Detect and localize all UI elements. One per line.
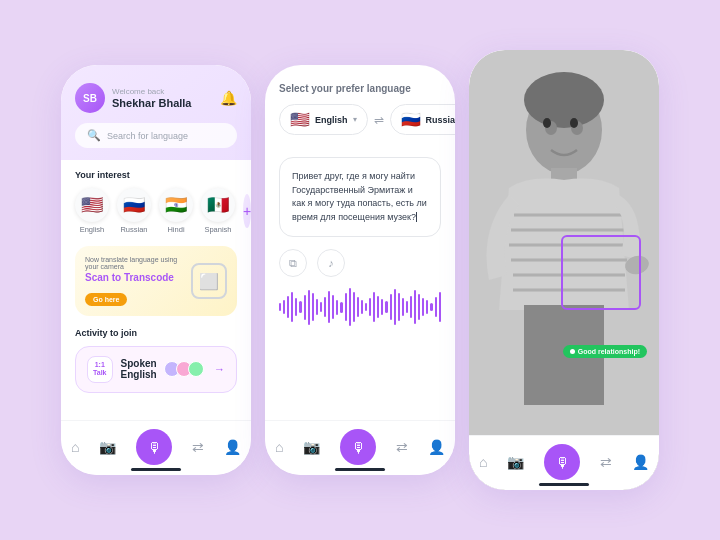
talk-badge: 1:1 Talk — [87, 356, 113, 383]
home-indicator — [131, 468, 181, 471]
nav-mic-button[interactable]: 🎙 — [136, 429, 172, 465]
welcome-row: SB Welcome back Shekhar Bhalla 🔔 — [75, 83, 237, 113]
waveform-bar — [353, 292, 355, 322]
badge-line1: 1:1 — [93, 361, 107, 369]
home-indicator-right — [539, 483, 589, 486]
waveform-bar — [410, 296, 412, 318]
search-bar[interactable]: 🔍 Search for language — [75, 123, 237, 148]
waveform-bar — [426, 300, 428, 314]
nav-translate-icon-mid[interactable]: ⇄ — [396, 439, 408, 455]
relationship-text: Good relationship! — [578, 348, 640, 355]
swap-languages-icon[interactable]: ⇌ — [374, 113, 384, 127]
nav-profile-icon-right[interactable]: 👤 — [632, 454, 649, 470]
spanish-flag: 🇲🇽 — [201, 188, 235, 222]
nav-home-icon-mid[interactable]: ⌂ — [275, 439, 283, 455]
hindi-label: Hindi — [167, 225, 184, 234]
waveform-bar — [414, 290, 416, 324]
select-language-label: Select your prefer language — [279, 83, 441, 94]
translation-box: Привет друг, где я могу найти Государств… — [279, 157, 441, 237]
english-flag: 🇺🇸 — [75, 188, 109, 222]
relationship-badge: Good relationship! — [563, 345, 647, 358]
nav-camera-icon-mid[interactable]: 📷 — [303, 439, 320, 455]
detection-box — [561, 235, 641, 310]
arrow-icon: → — [214, 363, 225, 375]
target-language-text: Russian — [426, 115, 455, 125]
waveform-bar — [324, 297, 326, 317]
waveform-bar — [385, 301, 387, 313]
waveform-bar — [304, 295, 306, 320]
waveform-bar — [332, 295, 334, 319]
waveform-bar — [418, 294, 420, 320]
search-icon: 🔍 — [87, 129, 101, 142]
nav-camera-icon-right[interactable]: 📷 — [507, 454, 524, 470]
bottom-nav: ⌂ 📷 🎙 ⇄ 👤 — [61, 420, 251, 475]
waveform-bar — [361, 300, 363, 314]
nav-profile-icon-mid[interactable]: 👤 — [428, 439, 445, 455]
activity-title: Spoken English — [121, 358, 159, 380]
waveform-bar — [308, 290, 310, 325]
waveform-bar — [430, 303, 432, 311]
source-language-dropdown[interactable]: 🇺🇸 English ▾ — [279, 104, 368, 135]
waveform-bar — [390, 294, 392, 320]
welcome-text-block: Welcome back Shekhar Bhalla — [112, 87, 191, 109]
waveform-bar — [349, 288, 351, 326]
scan-title: Scan to Transcode — [85, 272, 191, 283]
audio-icon-button[interactable]: ♪ — [317, 249, 345, 277]
waveform-bar — [394, 289, 396, 325]
waveform-bar — [402, 298, 404, 316]
bottom-nav-mid: ⌂ 📷 🎙 ⇄ 👤 — [265, 420, 455, 475]
nav-profile-icon[interactable]: 👤 — [224, 439, 241, 455]
nav-mic-button-right[interactable]: 🎙 — [544, 444, 580, 480]
mid-header: Select your prefer language 🇺🇸 English ▾… — [265, 65, 455, 157]
lang-select-row: 🇺🇸 English ▾ ⇌ 🇷🇺 Russian ▾ — [279, 104, 441, 135]
nav-camera-icon[interactable]: 📷 — [99, 439, 116, 455]
waveform-bar — [377, 296, 379, 318]
interests-row: 🇺🇸 English 🇷🇺 Russian 🇮🇳 Hindi 🇲🇽 Spanis… — [75, 188, 237, 234]
target-language-dropdown[interactable]: 🇷🇺 Russian ▾ — [390, 104, 455, 135]
source-flag: 🇺🇸 — [290, 110, 310, 129]
waveform-bar — [320, 302, 322, 312]
spanish-label: Spanish — [204, 225, 231, 234]
source-language-text: English — [315, 115, 348, 125]
cursor — [416, 212, 417, 222]
svg-point-9 — [570, 118, 578, 128]
waveform-bar — [340, 302, 342, 313]
home-indicator-mid — [335, 468, 385, 471]
lang-spanish[interactable]: 🇲🇽 Spanish — [201, 188, 235, 234]
waveform-bar — [398, 293, 400, 321]
left-body: Your interest 🇺🇸 English 🇷🇺 Russian 🇮🇳 H… — [61, 160, 251, 411]
waveform-bar — [328, 291, 330, 323]
waveform-bar — [295, 298, 297, 316]
waveform — [279, 289, 441, 325]
bell-icon[interactable]: 🔔 — [220, 90, 237, 106]
search-placeholder: Search for language — [107, 131, 188, 141]
lang-english[interactable]: 🇺🇸 English — [75, 188, 109, 234]
waveform-bar — [316, 299, 318, 315]
english-label: English — [80, 225, 105, 234]
nav-translate-icon[interactable]: ⇄ — [192, 439, 204, 455]
waveform-bar — [345, 293, 347, 321]
more-languages[interactable]: + — [243, 194, 251, 228]
welcome-back-label: Welcome back — [112, 87, 191, 97]
source-chevron-icon: ▾ — [353, 115, 357, 124]
russian-label: Russian — [120, 225, 147, 234]
scan-button[interactable]: Go here — [85, 293, 127, 306]
lang-hindi[interactable]: 🇮🇳 Hindi — [159, 188, 193, 234]
waveform-bar — [312, 293, 314, 321]
left-header: SB Welcome back Shekhar Bhalla 🔔 🔍 Searc… — [61, 65, 251, 160]
phone-right: Good relationship! ⌂ 📷 🎙 ⇄ 👤 — [469, 50, 659, 490]
nav-translate-icon-right[interactable]: ⇄ — [600, 454, 612, 470]
nav-home-icon[interactable]: ⌂ — [71, 439, 79, 455]
copy-icon-button[interactable]: ⧉ — [279, 249, 307, 277]
nav-mic-button-mid[interactable]: 🎙 — [340, 429, 376, 465]
scan-card: Now translate language using your camera… — [75, 246, 237, 316]
activity-label: Activity to join — [75, 328, 237, 338]
scan-small-text: Now translate language using your camera — [85, 256, 191, 270]
waveform-bar — [439, 292, 441, 322]
activity-card[interactable]: 1:1 Talk Spoken English → — [75, 346, 237, 393]
svg-point-2 — [524, 72, 604, 128]
activity-section: Activity to join 1:1 Talk Spoken English… — [75, 328, 237, 393]
nav-home-icon-right[interactable]: ⌂ — [479, 454, 487, 470]
target-flag: 🇷🇺 — [401, 110, 421, 129]
lang-russian[interactable]: 🇷🇺 Russian — [117, 188, 151, 234]
